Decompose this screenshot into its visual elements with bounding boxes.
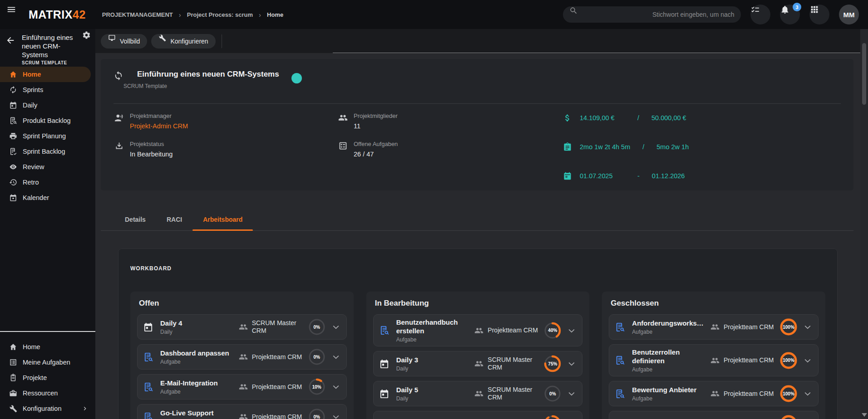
- sidebar-item-sprints[interactable]: Sprints: [0, 82, 95, 97]
- notifications-button[interactable]: 3: [780, 5, 800, 24]
- fullscreen-button[interactable]: Vollbild: [101, 34, 147, 49]
- search-bar[interactable]: [563, 6, 741, 23]
- home-icon: [9, 343, 17, 351]
- project-fields-col2: Projektmitglieder11Offene Aufgaben26 / 4…: [338, 112, 398, 169]
- user-avatar[interactable]: MM: [839, 5, 859, 24]
- sidebar-header: Einführung eines neuen CRM-Systems SCRUM…: [0, 29, 95, 65]
- gear-icon: [82, 31, 93, 42]
- configure-button[interactable]: Konfigurieren: [151, 34, 215, 49]
- task-doc-icon: [615, 355, 625, 365]
- progress-ring: 90%: [543, 414, 562, 419]
- task-card[interactable]: Daily 4DailySCRUM Master CRM0%: [137, 314, 347, 340]
- back-button[interactable]: [5, 35, 17, 47]
- project-title: Einführung eines neuen CRM-Systems: [137, 70, 279, 79]
- sidebar-item-daily[interactable]: Daily: [0, 97, 95, 113]
- menu-icon: [6, 5, 26, 24]
- task-card[interactable]: Anforderungsworks…AufgabeProjektteam CRM…: [609, 314, 819, 340]
- project-settings-button[interactable]: [82, 31, 93, 42]
- scrollbar-down-arrow[interactable]: [862, 413, 867, 417]
- sidebar-item-home[interactable]: Home: [0, 339, 95, 355]
- expand-chevron-button[interactable]: [803, 389, 813, 399]
- people-icon: [710, 356, 720, 365]
- expand-chevron-button[interactable]: [567, 359, 577, 369]
- assignee-name: SCRUM Master CRM: [252, 319, 303, 335]
- scrollbar-thumb[interactable]: [862, 43, 866, 105]
- sidebar-project-title: Einführung eines neuen CRM-Systems: [22, 33, 83, 59]
- field-label: Projektmitglieder: [354, 112, 398, 119]
- assignee-name: Projektteam CRM: [252, 353, 302, 361]
- sidebar-item-projekte[interactable]: Projekte: [0, 370, 95, 385]
- tab-details[interactable]: Details: [114, 209, 156, 230]
- sidebar-item-konfiguration[interactable]: Konfiguration: [0, 401, 95, 416]
- task-card[interactable]: E-Mail-IntegrationAufgabeProjektteam CRM…: [137, 374, 347, 400]
- project-field-projektmanager: ProjektmanagerProjekt-Admin CRM: [114, 112, 188, 130]
- task-toggle-button[interactable]: [750, 5, 770, 24]
- tab-arbeitsboard[interactable]: Arbeitsboard: [192, 209, 253, 230]
- board-column-in-bearbeitung: In BearbeitungBenutzerhandbuch erstellen…: [366, 292, 590, 419]
- task-card[interactable]: Dashboard anpassenAufgabeProjektteam CRM…: [137, 344, 347, 370]
- sidebar-item-sprint-planung[interactable]: Sprint Planung: [0, 128, 95, 144]
- people-icon: [338, 113, 348, 122]
- expand-chevron-button[interactable]: [567, 326, 577, 336]
- task-card[interactable]: Daily 5DailySCRUM Master CRM0%: [373, 381, 583, 406]
- sidebar-item-meine-aufgaben[interactable]: Meine Aufgaben: [0, 355, 95, 370]
- expand-chevron-button[interactable]: [331, 322, 341, 332]
- breadcrumb-separator: ›: [259, 11, 261, 19]
- home-icon: [9, 70, 17, 78]
- expand-chevron-button[interactable]: [567, 389, 577, 399]
- expand-chevron-button[interactable]: [803, 322, 813, 332]
- task-card[interactable]: Kundenimport90%: [373, 411, 583, 419]
- task-card-assignee: Projektteam CRM: [710, 389, 775, 398]
- sprints-icon: [9, 86, 17, 94]
- refresh-button[interactable]: [113, 71, 123, 81]
- apps-grid-button[interactable]: [809, 5, 829, 24]
- expand-chevron-button[interactable]: [331, 412, 341, 419]
- expand-chevron-button[interactable]: [331, 352, 341, 362]
- breadcrumb-item-project-process-scrum[interactable]: Project Process: scrum: [187, 11, 253, 18]
- arrow-left-icon: [5, 35, 17, 47]
- hamburger-menu-button[interactable]: [6, 5, 26, 24]
- task-card[interactable]: Benutzerhandbuch erstellenAufgabeProjekt…: [373, 314, 583, 346]
- task-card-type: Aufgabe: [632, 366, 707, 373]
- task-card-assignee: Projektteam CRM: [239, 352, 303, 361]
- task-card[interactable]: Daily 3DailySCRUM Master CRM75%: [373, 351, 583, 376]
- toolbox-icon: [9, 389, 17, 397]
- task-card[interactable]: CRM-Testumgebung100%: [609, 411, 819, 419]
- field-label: Projektstatus: [130, 141, 173, 147]
- app-window: MATRIX42 PROJEKTMANAGEMENT›Project Proce…: [0, 0, 868, 419]
- sidebar-item-sprint-backlog[interactable]: Sprint Backlog: [0, 144, 95, 159]
- task-card-assignee: Projektteam CRM: [474, 326, 539, 335]
- board-column-title: In Bearbeitung: [375, 299, 583, 308]
- people-icon: [474, 326, 483, 335]
- progress-ring: 100%: [779, 414, 798, 419]
- task-card[interactable]: Benutzerrollen definierenAufgabeProjektt…: [609, 344, 819, 376]
- sidebar-item-produkt-backlog[interactable]: Produkt Backlog: [0, 113, 95, 128]
- assignment-icon: [563, 142, 572, 151]
- money-icon: [563, 113, 572, 122]
- field-value[interactable]: Projekt-Admin CRM: [130, 122, 188, 130]
- calendar-card-icon: [143, 322, 153, 332]
- scrollbar-track[interactable]: [860, 29, 868, 419]
- breadcrumb-item-home[interactable]: Home: [267, 11, 283, 18]
- grid-icon: [809, 5, 829, 24]
- project-field-projektstatus: ProjektstatusIn Bearbeitung: [114, 141, 188, 158]
- sidebar-item-retro[interactable]: Retro: [0, 175, 95, 190]
- chevron-right-icon: [82, 405, 89, 412]
- doc-check-icon: [9, 147, 17, 156]
- progress-value: 100%: [779, 318, 798, 336]
- task-card[interactable]: Bewertung AnbieterAufgabeProjektteam CRM…: [609, 381, 819, 406]
- search-input[interactable]: [652, 11, 735, 18]
- sidebar-item-ressourcen[interactable]: Ressourcen: [0, 385, 95, 401]
- project-metric: 2mo 1w 2t 4h 5m/5mo 2w 1h: [563, 142, 689, 151]
- sidebar-item-home[interactable]: Home: [0, 67, 91, 82]
- expand-chevron-button[interactable]: [331, 382, 341, 392]
- sidebar-item-kalender[interactable]: Kalender: [0, 190, 95, 205]
- tab-bar: DetailsRACIArbeitsboard: [101, 209, 853, 231]
- tab-raci[interactable]: RACI: [156, 209, 192, 230]
- expand-chevron-button[interactable]: [803, 356, 813, 365]
- task-card[interactable]: Go-Live SupportAufgabeProjektteam CRM0%: [137, 404, 347, 419]
- sidebar-item-review[interactable]: Review: [0, 159, 95, 175]
- task-card-title: Anforderungsworks…: [632, 319, 707, 327]
- breadcrumb-item-projektmanagement[interactable]: PROJEKTMANAGEMENT: [102, 11, 173, 18]
- calendar-dot-icon: [9, 194, 17, 202]
